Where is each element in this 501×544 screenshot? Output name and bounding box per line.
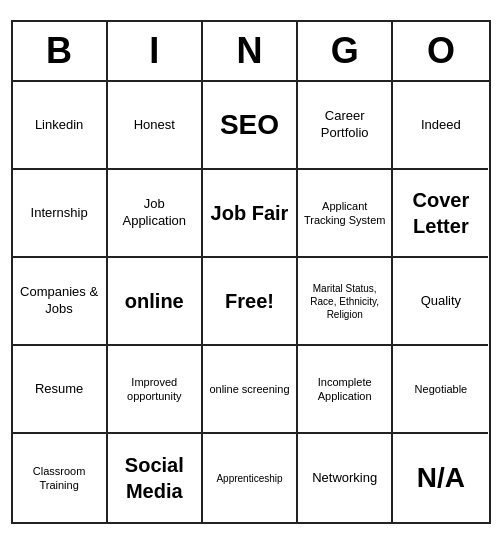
cell-text-0: Linkedin <box>35 117 83 134</box>
cell-text-3: Career Portfolio <box>302 108 387 142</box>
cell-text-24: N/A <box>417 460 465 496</box>
bingo-cell-13: Marital Status, Race, Ethnicity, Religio… <box>298 258 393 346</box>
bingo-cell-2: SEO <box>203 82 298 170</box>
cell-text-16: Improved opportunity <box>112 375 197 404</box>
bingo-cell-22: Apprenticeship <box>203 434 298 522</box>
bingo-cell-6: Job Application <box>108 170 203 258</box>
cell-text-18: Incomplete Application <box>302 375 387 404</box>
cell-text-14: Quality <box>421 293 461 310</box>
cell-text-5: Internship <box>31 205 88 222</box>
bingo-grid: LinkedinHonestSEOCareer PortfolioIndeedI… <box>13 82 489 522</box>
cell-text-2: SEO <box>220 107 279 143</box>
cell-text-4: Indeed <box>421 117 461 134</box>
bingo-cell-8: Applicant Tracking System <box>298 170 393 258</box>
bingo-cell-23: Networking <box>298 434 393 522</box>
cell-text-10: Companies & Jobs <box>17 284 102 318</box>
header-letter-o: O <box>393 22 488 80</box>
cell-text-8: Applicant Tracking System <box>302 199 387 228</box>
cell-text-13: Marital Status, Race, Ethnicity, Religio… <box>302 282 387 321</box>
bingo-cell-3: Career Portfolio <box>298 82 393 170</box>
bingo-cell-19: Negotiable <box>393 346 488 434</box>
bingo-cell-9: Cover Letter <box>393 170 488 258</box>
bingo-cell-5: Internship <box>13 170 108 258</box>
cell-text-9: Cover Letter <box>397 187 484 239</box>
bingo-cell-24: N/A <box>393 434 488 522</box>
cell-text-22: Apprenticeship <box>216 472 282 485</box>
bingo-header: BINGO <box>13 22 489 82</box>
bingo-cell-15: Resume <box>13 346 108 434</box>
bingo-cell-21: Social Media <box>108 434 203 522</box>
cell-text-19: Negotiable <box>415 382 468 396</box>
cell-text-15: Resume <box>35 381 83 398</box>
bingo-cell-20: Classroom Training <box>13 434 108 522</box>
header-letter-i: I <box>108 22 203 80</box>
bingo-cell-10: Companies & Jobs <box>13 258 108 346</box>
bingo-cell-17: online screening <box>203 346 298 434</box>
cell-text-20: Classroom Training <box>17 464 102 493</box>
cell-text-12: Free! <box>225 288 274 314</box>
header-letter-b: B <box>13 22 108 80</box>
bingo-cell-1: Honest <box>108 82 203 170</box>
cell-text-23: Networking <box>312 470 377 487</box>
cell-text-6: Job Application <box>112 196 197 230</box>
bingo-card: BINGO LinkedinHonestSEOCareer PortfolioI… <box>11 20 491 524</box>
bingo-cell-0: Linkedin <box>13 82 108 170</box>
bingo-cell-7: Job Fair <box>203 170 298 258</box>
bingo-cell-16: Improved opportunity <box>108 346 203 434</box>
bingo-cell-12: Free! <box>203 258 298 346</box>
bingo-cell-4: Indeed <box>393 82 488 170</box>
cell-text-21: Social Media <box>112 452 197 504</box>
cell-text-17: online screening <box>209 382 289 396</box>
header-letter-g: G <box>298 22 393 80</box>
bingo-cell-18: Incomplete Application <box>298 346 393 434</box>
bingo-cell-11: online <box>108 258 203 346</box>
cell-text-1: Honest <box>134 117 175 134</box>
cell-text-11: online <box>125 288 184 314</box>
bingo-cell-14: Quality <box>393 258 488 346</box>
header-letter-n: N <box>203 22 298 80</box>
cell-text-7: Job Fair <box>211 200 289 226</box>
